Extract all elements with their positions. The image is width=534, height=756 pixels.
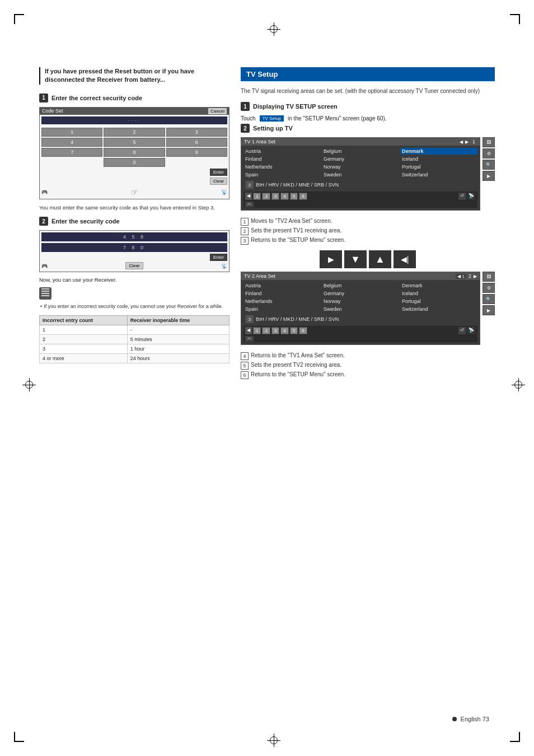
table-row: 25 minutes <box>40 334 229 344</box>
reset-title: If you have pressed the Reset button or … <box>45 67 229 85</box>
tv2-nav-prev[interactable]: ◀ <box>245 327 252 334</box>
reset-section: If you have pressed the Reset button or … <box>39 67 229 85</box>
tv2-cell-denmark[interactable]: Denmark <box>400 282 477 289</box>
tv2-cell-netherlands[interactable]: Netherlands <box>243 298 321 305</box>
step1-header: 1 Enter the correct security code <box>39 94 229 102</box>
tv2-cell-germany[interactable]: Germany <box>322 290 399 297</box>
tv1-side-buttons: 🖼 ⚙ 🔍 ▶ <box>483 137 495 214</box>
tv2-next-icon[interactable]: ▶ <box>474 274 477 279</box>
table-cell-r2-c1: 1 hour <box>127 344 229 353</box>
tv1-bih-text: BIH / HRV / MKD / MNE / SRB / SVN <box>256 182 339 188</box>
tv2-nav-enter[interactable]: ⏎ <box>458 327 466 334</box>
bullet-text-3: Returns to the "SETUP Menu" screen. <box>251 236 345 245</box>
bullet-num-6: 6 <box>241 371 249 379</box>
tv1-side-btn4[interactable]: ▶ <box>483 171 495 181</box>
tv1-cell-netherlands[interactable]: Netherlands <box>243 164 321 170</box>
key-1[interactable]: 1 <box>41 128 102 137</box>
tv1-side-btn1[interactable]: 🖼 <box>483 137 495 147</box>
key-9[interactable]: 9 <box>166 148 227 157</box>
clear-button[interactable]: Clear <box>210 178 227 185</box>
tv2-cell-belgium[interactable]: Belgium <box>322 282 399 289</box>
sec-clear-button[interactable]: Clear <box>125 262 143 269</box>
tv1-cell-germany[interactable]: Germany <box>322 156 399 162</box>
key-4[interactable]: 4 <box>41 138 102 147</box>
bullet1-2: 2 Sets the present TV1 receiving area. <box>241 227 495 235</box>
tv2-nav-icon: 📡 <box>467 327 476 334</box>
tv1-cell-belgium[interactable]: Belgium <box>322 148 399 155</box>
key-6[interactable]: 6 <box>166 138 227 147</box>
table-row: 31 hour <box>40 344 229 353</box>
tv2-cell-austria[interactable]: Austria <box>243 282 321 289</box>
tv2-cell-finland[interactable]: Finland <box>243 290 321 297</box>
step1-number: 1 <box>39 94 48 102</box>
security-display2: 7 8 0 <box>41 243 227 252</box>
tv1-cell-sweden[interactable]: Sweden <box>322 171 399 178</box>
sec-enter-button[interactable]: Enter <box>210 254 227 261</box>
tv1-cell-portugal[interactable]: Portugal <box>400 164 477 170</box>
tv1-cell-spain[interactable]: Spain <box>243 171 321 178</box>
tv1-next-icon[interactable]: ▶ <box>465 139 469 144</box>
tv1-nav-enter[interactable]: ⏎ <box>458 193 466 200</box>
tv1-side-btn3[interactable]: 🔍 <box>483 160 495 170</box>
nav-arrow-up[interactable]: ▲ <box>369 250 391 268</box>
tv1-panel-main: TV 1 Area Set ◀ ▶ 1 Austria Belgium Denm… <box>241 137 480 214</box>
enter-button[interactable]: Enter <box>210 169 227 176</box>
key-8[interactable]: 8 <box>104 148 165 157</box>
tv2-cell-portugal[interactable]: Portugal <box>400 298 477 305</box>
tv1-side-btn2[interactable]: ⚙ <box>483 148 495 158</box>
tv2-nav-1[interactable]: 1 <box>253 327 261 334</box>
bullet-text-6: Returns to the "SETUP Menu" screen. <box>251 371 345 379</box>
key-7[interactable]: 7 <box>41 148 102 157</box>
tv1-panel-header: TV 1 Area Set ◀ ▶ 1 <box>241 138 480 146</box>
key-3[interactable]: 3 <box>166 128 227 137</box>
tv1-cell-iceland[interactable]: Iceland <box>400 156 477 162</box>
bullet-num-5: 5 <box>241 362 249 370</box>
nav-arrow-back[interactable]: ◀| <box>394 250 416 268</box>
tv1-cell-switzerland[interactable]: Switzerland <box>400 171 477 178</box>
tv2-cell-norway[interactable]: Norway <box>322 298 399 305</box>
tv2-side-btn3[interactable]: 🔍 <box>483 294 495 304</box>
tv1-prev-icon[interactable]: ◀ <box>460 139 463 144</box>
tv2-cell-spain[interactable]: Spain <box>243 306 321 312</box>
tv1-title: TV 1 Area Set <box>244 139 275 144</box>
tv2-panel-wrapper: TV 2 Area Set ◀ 1 2 ▶ Austria Belgium De… <box>241 272 495 348</box>
tv1-nav-2[interactable]: 2 <box>262 193 270 200</box>
page-num-value: 73 <box>483 716 489 722</box>
tv2-side-btn1[interactable]: 🖼 <box>483 272 495 282</box>
tv2-cell-sweden[interactable]: Sweden <box>322 306 399 312</box>
tv1-panel-body: Austria Belgium Denmark Finland Germany … <box>241 146 480 210</box>
tv2-side-btn2[interactable]: ⚙ <box>483 283 495 293</box>
key-5[interactable]: 5 <box>104 138 165 147</box>
tv1-nav-5[interactable]: 5 <box>290 193 298 200</box>
tv1-nav-prev[interactable]: ◀ <box>245 193 252 200</box>
corner-bracket-br <box>510 732 520 742</box>
tv2-nav-5[interactable]: 5 <box>290 327 298 334</box>
tv1-cell-austria[interactable]: Austria <box>243 148 321 155</box>
tv1-nav-row: ◀ 1 2 3 4 5 6 ⏎ 📡 <box>243 192 477 201</box>
key-2[interactable]: 2 <box>104 128 165 137</box>
cancel-button[interactable]: Cancel <box>208 108 227 114</box>
tv2-nav-2[interactable]: 2 <box>262 327 270 334</box>
panel-actions: Enter <box>40 169 229 178</box>
tv2-nav-3[interactable]: 3 <box>271 327 279 334</box>
tv2-side-btn4[interactable]: ▶ <box>483 305 495 315</box>
tv1-cell-denmark[interactable]: Denmark <box>400 148 477 155</box>
nav-arrow-play[interactable]: ▶ <box>320 250 342 268</box>
tv1-cell-finland[interactable]: Finland <box>243 156 321 162</box>
tv1-panel-wrapper: TV 1 Area Set ◀ ▶ 1 Austria Belgium Denm… <box>241 137 495 214</box>
tv1-nav-3[interactable]: 3 <box>271 193 279 200</box>
tv1-nav-4[interactable]: 4 <box>280 193 288 200</box>
nav-arrow-down[interactable]: ▼ <box>344 250 367 268</box>
step-bullets-2: 4 Returns to the "TV1 Area Set" screen. … <box>241 352 495 379</box>
tv2-cell-switzerland[interactable]: Switzerland <box>400 306 477 312</box>
tv1-nav-1[interactable]: 1 <box>253 193 261 200</box>
tv2-nav-6[interactable]: 6 <box>299 327 307 334</box>
tv2-area-grid: Austria Belgium Denmark Finland Germany … <box>243 282 477 312</box>
tv1-cell-norway[interactable]: Norway <box>322 164 399 170</box>
instruction-text: You must enter the same security code as… <box>39 204 229 211</box>
tv1-nav-6[interactable]: 6 <box>299 193 307 200</box>
tv2-nav-4[interactable]: 4 <box>280 327 288 334</box>
key-0[interactable]: 0 <box>104 158 165 167</box>
page-lang: English <box>461 716 481 722</box>
tv2-cell-iceland[interactable]: Iceland <box>400 290 477 297</box>
